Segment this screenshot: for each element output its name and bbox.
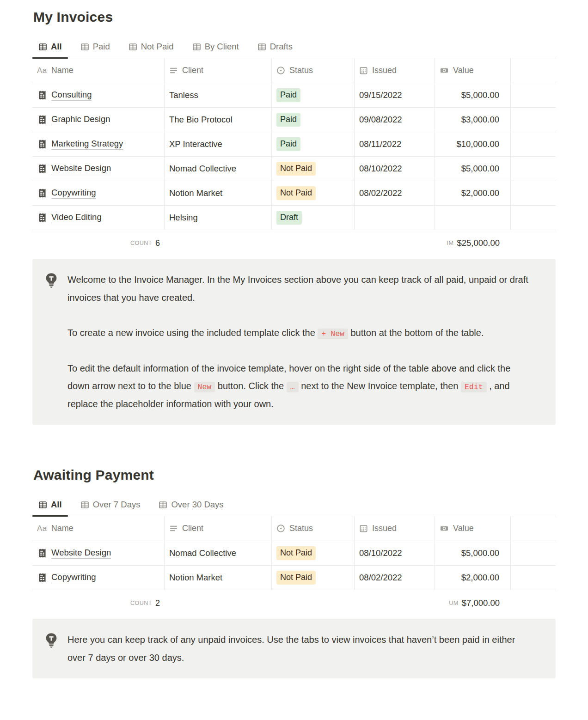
inline-code-chip: New: [194, 382, 215, 392]
name-cell: Consulting: [32, 83, 165, 107]
sum-label: IM: [447, 240, 454, 246]
invoice-page-link[interactable]: Video Editing: [51, 212, 102, 223]
column-header-name[interactable]: AaName: [32, 516, 165, 541]
name-cell: Copywriting: [32, 566, 165, 590]
status-cell[interactable]: Paid: [272, 108, 355, 132]
status-cell[interactable]: Draft: [272, 206, 355, 230]
tab-all[interactable]: All: [32, 37, 68, 58]
invoice-page-link[interactable]: Graphic Design: [51, 114, 110, 125]
tab-over-7-days[interactable]: Over 7 Days: [74, 495, 147, 516]
extra-cell: [511, 83, 556, 107]
table-row: CopywritingNotion MarketNot Paid08/02/20…: [32, 181, 556, 206]
tab-over-30-days[interactable]: Over 30 Days: [153, 495, 229, 516]
footer-spacer: [165, 230, 272, 256]
tab-not-paid[interactable]: Not Paid: [122, 37, 180, 58]
column-header-client[interactable]: Client: [165, 58, 272, 83]
lightbulb-icon: [44, 631, 58, 666]
client-cell[interactable]: Helsing: [165, 206, 272, 230]
name-cell: Marketing Strategy: [32, 132, 165, 156]
column-header-label: Name: [51, 66, 74, 75]
client-cell[interactable]: Nomad Collective: [165, 541, 272, 565]
invoice-page-link[interactable]: Consulting: [51, 90, 92, 101]
select-icon: [276, 66, 285, 75]
column-header-value[interactable]: Value: [435, 58, 511, 83]
client-cell[interactable]: The Bio Protocol: [165, 108, 272, 132]
callout-paragraph: Here you can keep track of any unpaid in…: [67, 631, 534, 666]
client-cell[interactable]: Notion Market: [165, 566, 272, 590]
count-aggregate[interactable]: COUNT6: [32, 230, 165, 256]
receipt-icon: [38, 549, 46, 558]
column-header-label: Value: [453, 524, 474, 533]
value-cell[interactable]: $5,000.00: [435, 541, 511, 565]
value-cell[interactable]: $5,000.00: [435, 157, 511, 181]
status-cell[interactable]: Not Paid: [272, 181, 355, 205]
extra-cell: [511, 566, 556, 590]
tab-by-client[interactable]: By Client: [186, 37, 245, 58]
count-aggregate[interactable]: COUNT2: [32, 590, 165, 616]
value-cell[interactable]: $2,000.00: [435, 181, 511, 205]
status-cell[interactable]: Paid: [272, 83, 355, 107]
column-header-client[interactable]: Client: [165, 516, 272, 541]
column-header-status[interactable]: Status: [272, 516, 355, 541]
table-view-icon: [80, 43, 89, 51]
extra-cell: [511, 157, 556, 181]
client-cell[interactable]: Tanless: [165, 83, 272, 107]
count-label: COUNT: [130, 240, 152, 246]
client-cell[interactable]: Notion Market: [165, 181, 272, 205]
tab-paid[interactable]: Paid: [74, 37, 116, 58]
table-row: ConsultingTanlessPaid09/15/2022$5,000.00: [32, 83, 556, 108]
column-header-issued[interactable]: Issued: [355, 516, 435, 541]
issued-cell[interactable]: [355, 206, 435, 230]
column-header-value[interactable]: Value: [435, 516, 511, 541]
status-cell[interactable]: Paid: [272, 132, 355, 156]
sum-aggregate[interactable]: IM$25,000.00: [435, 230, 511, 256]
table-row: Website DesignNomad CollectiveNot Paid08…: [32, 541, 556, 566]
receipt-icon: [38, 213, 46, 222]
receipt-icon: [38, 573, 46, 582]
status-cell[interactable]: Not Paid: [272, 157, 355, 181]
footer-extra: [511, 590, 556, 616]
tab-all[interactable]: All: [32, 495, 68, 516]
count-label: COUNT: [130, 600, 152, 606]
sum-value: $25,000.00: [457, 238, 500, 248]
value-cell[interactable]: $2,000.00: [435, 566, 511, 590]
table-row: Video EditingHelsingDraft: [32, 206, 556, 230]
value-cell[interactable]: $10,000.00: [435, 132, 511, 156]
tab-label: Not Paid: [141, 42, 174, 52]
invoice-page-link[interactable]: Copywriting: [51, 572, 96, 583]
issued-cell[interactable]: 08/02/2022: [355, 566, 435, 590]
column-header-label: Status: [289, 524, 313, 533]
name-cell: Video Editing: [32, 206, 165, 230]
issued-cell[interactable]: 08/11/2022: [355, 132, 435, 156]
issued-cell[interactable]: 08/10/2022: [355, 157, 435, 181]
value-cell[interactable]: [435, 206, 511, 230]
issued-cell[interactable]: 09/15/2022: [355, 83, 435, 107]
invoice-page-link[interactable]: Copywriting: [51, 188, 96, 199]
column-header-name[interactable]: AaName: [32, 58, 165, 83]
sum-aggregate[interactable]: UM$7,000.00: [435, 590, 511, 616]
status-badge: Not Paid: [276, 186, 316, 200]
invoice-page-link[interactable]: Marketing Strategy: [51, 139, 123, 150]
status-cell[interactable]: Not Paid: [272, 541, 355, 565]
issued-cell[interactable]: 08/10/2022: [355, 541, 435, 565]
invoice-page-link[interactable]: Website Design: [51, 163, 111, 174]
table-footer: COUNT2UM$7,000.00: [32, 590, 556, 616]
callout-paragraph: To create a new invoice using the includ…: [67, 324, 534, 342]
column-header-status[interactable]: Status: [272, 58, 355, 83]
client-cell[interactable]: Nomad Collective: [165, 157, 272, 181]
callout-text: Welcome to the Invoice Manager. In the M…: [67, 271, 534, 413]
my-invoices-table: AaNameClientStatusIssuedValueConsultingT…: [32, 58, 556, 256]
column-header-issued[interactable]: Issued: [355, 58, 435, 83]
client-cell[interactable]: XP Interactive: [165, 132, 272, 156]
value-cell[interactable]: $5,000.00: [435, 83, 511, 107]
status-cell[interactable]: Not Paid: [272, 566, 355, 590]
tab-label: Over 30 Days: [171, 500, 223, 510]
table-view-icon: [192, 43, 201, 51]
tab-drafts[interactable]: Drafts: [251, 37, 299, 58]
status-badge: Paid: [276, 88, 300, 102]
value-cell[interactable]: $3,000.00: [435, 108, 511, 132]
issued-cell[interactable]: 08/02/2022: [355, 181, 435, 205]
issued-cell[interactable]: 09/08/2022: [355, 108, 435, 132]
table-row: Graphic DesignThe Bio ProtocolPaid09/08/…: [32, 108, 556, 132]
invoice-page-link[interactable]: Website Design: [51, 548, 111, 559]
